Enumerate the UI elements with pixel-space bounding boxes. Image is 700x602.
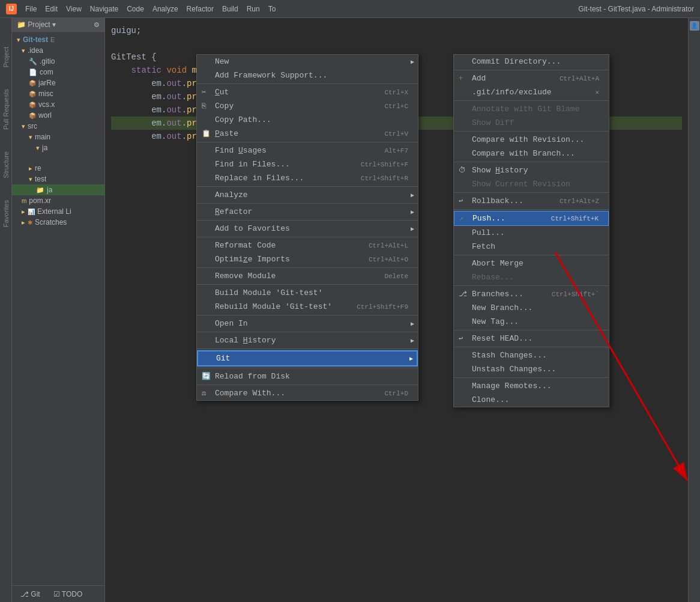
tree-ja2[interactable]: 📁 ja	[12, 184, 104, 195]
menu-refactor[interactable]: Refactor	[183, 4, 217, 14]
menu-item-replace-in-files-label: Replace in Files...	[215, 174, 304, 183]
tree-worl[interactable]: 📦 worl	[12, 110, 104, 121]
tree-test[interactable]: ▾ test	[12, 174, 104, 184]
git-branches[interactable]: ⎇ Branches... Ctrl+Shift+`	[454, 287, 609, 301]
git-show-history-label: Show History	[472, 166, 528, 175]
git-compare-revision[interactable]: Compare with Revision...	[454, 133, 609, 147]
menu-file[interactable]: File	[22, 4, 40, 14]
menu-item-reformat[interactable]: Reformat Code Ctrl+Alt+L	[197, 239, 418, 252]
git-new-tag[interactable]: New Tag...	[454, 315, 609, 329]
tree-re-label: re	[35, 164, 41, 172]
tree-ja1-label: ja	[42, 144, 47, 152]
git-reset-label: Reset HEAD...	[472, 334, 533, 343]
right-sidebar-icon[interactable]: 👤	[690, 21, 699, 31]
tree-misc[interactable]: 📦 misc	[12, 88, 104, 99]
separator-12	[197, 368, 418, 368]
git-compare-branch[interactable]: Compare with Branch...	[454, 147, 609, 160]
sidebar-item-favorites[interactable]: Favorites	[1, 195, 11, 232]
tree-src[interactable]: ▾ src	[12, 121, 104, 132]
menu-item-cut[interactable]: ✂ Cut Ctrl+X	[197, 85, 418, 99]
menu-edit[interactable]: Edit	[41, 4, 61, 14]
tree-root[interactable]: ▾ Git-test E	[12, 34, 104, 45]
tree-vcs[interactable]: 📦 vcs.x	[12, 99, 104, 110]
menu-item-refactor[interactable]: Refactor	[197, 205, 418, 219]
git-sep-10	[454, 347, 609, 347]
menu-item-compare-with[interactable]: ⚖ Compare With... Ctrl+D	[197, 386, 418, 400]
menu-item-add-favorites-label: Add to Favorites	[215, 224, 290, 233]
history-icon: ⏱	[459, 166, 466, 175]
git-sep-7	[454, 255, 609, 255]
menu-code[interactable]: Code	[123, 4, 148, 14]
git-abort-merge-label: Abort Merge	[472, 259, 523, 268]
git-sep-2	[454, 100, 609, 101]
exclude-close-icon[interactable]: ✕	[595, 88, 599, 96]
copy-icon: ⎘	[202, 102, 206, 111]
tab-todo[interactable]: ☑ TODO	[47, 588, 89, 601]
tree-idea[interactable]: ▾ .idea	[12, 45, 104, 56]
menu-item-add-framework[interactable]: Add Framework Support...	[197, 68, 418, 82]
tree-root-label: Git-test	[23, 35, 48, 44]
sidebar-item-pull-requests[interactable]: Pull Requests	[1, 84, 11, 135]
tree-gitio[interactable]: 🔧 .gitio	[12, 56, 104, 67]
git-clone[interactable]: Clone...	[454, 393, 609, 407]
window-title: Git-test - GitTest.java - Administrator	[578, 5, 694, 13]
menu-run[interactable]: Run	[243, 4, 264, 14]
panel-settings-icon[interactable]: ⚙	[94, 21, 100, 29]
rollback-shortcut: Ctrl+Alt+Z	[560, 198, 599, 205]
menu-build[interactable]: Build	[219, 4, 242, 14]
git-new-branch[interactable]: New Branch...	[454, 301, 609, 315]
git-reset-head[interactable]: ↩ Reset HEAD...	[454, 332, 609, 345]
git-abort-merge[interactable]: Abort Merge	[454, 257, 609, 270]
git-stash[interactable]: Stash Changes...	[454, 348, 609, 362]
git-push-label: Push...	[472, 214, 505, 223]
menu-item-remove-module[interactable]: Remove Module Delete	[197, 269, 418, 283]
tree-pom[interactable]: m pom.xr	[12, 195, 104, 206]
git-manage-remotes[interactable]: Manage Remotes...	[454, 379, 609, 393]
git-sep-3	[454, 131, 609, 132]
menu-item-optimize-imports[interactable]: Optimize Imports Ctrl+Alt+O	[197, 252, 418, 266]
git-sep-1	[454, 70, 609, 70]
git-push[interactable]: ↗ Push... Ctrl+Shift+K	[454, 211, 609, 226]
menu-item-build-module[interactable]: Build Module 'Git-test'	[197, 286, 418, 300]
menu-item-local-history[interactable]: Local History	[197, 333, 418, 347]
menu-item-analyze[interactable]: Analyze	[197, 188, 418, 202]
sidebar-item-project[interactable]: Project	[1, 42, 11, 72]
tree-re[interactable]: ▸ re	[12, 163, 104, 174]
menu-item-new[interactable]: New	[197, 55, 418, 68]
tree-jarRe[interactable]: 📦 jarRe	[12, 78, 104, 88]
sidebar-item-structure[interactable]: Structure	[1, 147, 11, 183]
tree-external[interactable]: ▸ 📊 External Li	[12, 206, 104, 217]
menu-item-find-usages[interactable]: Find Usages Alt+F7	[197, 144, 418, 157]
menu-item-reload[interactable]: 🔄 Reload from Disk	[197, 369, 418, 383]
menu-item-paste[interactable]: 📋 Paste Ctrl+V	[197, 127, 418, 141]
menu-navigate[interactable]: Navigate	[86, 4, 122, 14]
menu-item-replace-in-files[interactable]: Replace in Files... Ctrl+Shift+R	[197, 171, 418, 185]
menu-tools[interactable]: To	[265, 4, 280, 14]
git-exclude[interactable]: .git/info/exclude ✕	[454, 85, 609, 99]
tree-com[interactable]: 📄 com	[12, 67, 104, 78]
menu-item-git[interactable]: Git	[197, 350, 418, 366]
git-branches-label: Branches...	[472, 290, 523, 299]
tree-scratches[interactable]: ▸ ✱ Scratches	[12, 217, 104, 228]
tab-git[interactable]: ⎇ Git	[14, 588, 46, 601]
git-commit-directory[interactable]: Commit Directory...	[454, 55, 609, 68]
git-show-history[interactable]: ⏱ Show History	[454, 163, 609, 177]
context-menu-git: Commit Directory... + Add Ctrl+Alt+A .gi…	[453, 54, 609, 407]
git-pull[interactable]: Pull...	[454, 226, 609, 240]
menu-item-analyze-label: Analyze	[215, 190, 248, 199]
git-add[interactable]: + Add Ctrl+Alt+A	[454, 71, 609, 85]
git-unstash[interactable]: Unstash Changes...	[454, 362, 609, 376]
git-fetch[interactable]: Fetch	[454, 240, 609, 254]
menu-view[interactable]: View	[62, 4, 85, 14]
menu-item-copy[interactable]: ⎘ Copy Ctrl+C	[197, 99, 418, 113]
tree-gitio-label: .gitio	[40, 57, 55, 65]
menu-item-add-favorites[interactable]: Add to Favorites	[197, 222, 418, 236]
git-rollback[interactable]: ↩ Rollback... Ctrl+Alt+Z	[454, 194, 609, 208]
menu-item-open-in[interactable]: Open In	[197, 317, 418, 330]
menu-item-find-in-files[interactable]: Find in Files... Ctrl+Shift+F	[197, 157, 418, 171]
tree-main[interactable]: ▾ main	[12, 132, 104, 142]
menu-item-copy-path[interactable]: Copy Path...	[197, 113, 418, 127]
tree-ja1[interactable]: ▾ ja	[12, 142, 104, 153]
menu-analyze[interactable]: Analyze	[149, 4, 182, 14]
menu-item-rebuild-module[interactable]: Rebuild Module 'Git-test' Ctrl+Shift+F9	[197, 300, 418, 314]
